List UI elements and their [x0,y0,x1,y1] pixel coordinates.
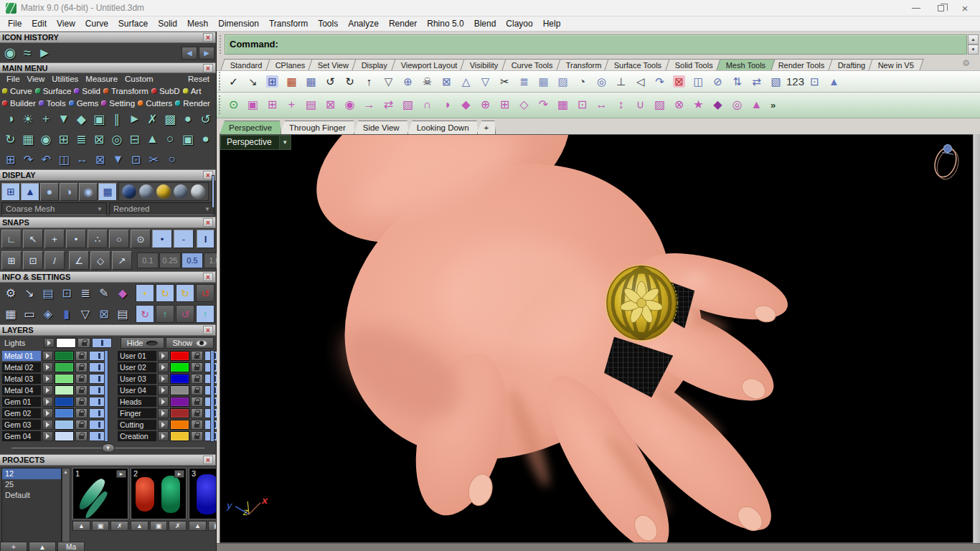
command-scroll-up-button[interactable]: ▲ [968,34,979,44]
main-menu-tool-icon[interactable]: ◆ [72,110,90,128]
layer-lock-button[interactable] [75,397,88,407]
mesh-tool-icon[interactable]: ⊞ [263,72,282,90]
show-button[interactable]: Show [166,337,214,349]
mesh-tool-icon[interactable]: ⇄ [747,72,766,90]
display-mode-button[interactable]: ◉ [79,183,98,201]
history-toggle-button[interactable]: ↺ [196,284,215,302]
mesh-quality-dropdown[interactable]: Coarse Mesh ▼ [1,202,107,215]
layer-row[interactable]: Heads [118,396,224,408]
mesh-tool-icon[interactable]: ☠ [418,72,437,90]
settings-tool-icon[interactable]: ✎ [95,285,113,302]
grid-snap-value-button[interactable]: 0.25 [159,253,181,268]
projects-header[interactable]: PROJECTS × [0,454,216,466]
clayoo-tool-icon[interactable]: ◉ [340,95,359,114]
mesh-tool-icon[interactable]: ▦ [534,72,553,90]
clayoo-tool-icon[interactable]: ▲ [747,95,766,114]
project-list-item[interactable]: 12 [2,468,61,479]
restore-button[interactable] [928,1,953,16]
layer-expand-button[interactable] [158,374,169,384]
snap-button[interactable]: ↖ [23,230,43,248]
mesh-tool-icon[interactable]: ▦ [301,72,321,90]
project-thumbnail-image[interactable]: 3 ► [189,468,216,519]
display-mode-button[interactable]: ▲ [21,183,39,201]
menu-item[interactable]: Surface [113,17,153,30]
layer-row[interactable]: Metal 03 [2,373,108,385]
mesh-tool-icon[interactable]: 123 [786,72,805,90]
projects-footer-button[interactable]: Ma [57,542,85,551]
mesh-tool-icon[interactable]: ⇅ [727,72,747,90]
layer-lock-button[interactable] [191,420,203,430]
snap-button[interactable]: ⊡ [23,251,43,270]
main-menu-tool-icon[interactable]: + [37,110,55,128]
layer-row[interactable]: Cutting [118,419,224,430]
main-menu-tool-icon[interactable]: ⊞ [55,131,72,148]
toolbar-tab[interactable]: Surface Tools [605,59,672,70]
viewport-tab[interactable]: + [477,121,496,134]
category-link[interactable]: Curve [2,87,32,95]
category-link[interactable]: SubD [151,87,180,95]
mesh-tool-icon[interactable]: ↻ [340,72,359,90]
layer-row[interactable]: Metal 01 [2,350,108,362]
mesh-tool-icon[interactable]: ▽ [476,72,495,90]
layer-lock-button[interactable] [191,431,203,441]
category-link[interactable]: Cutters [138,99,172,108]
settings-tool-icon[interactable]: ◈ [39,306,57,323]
layer-color-swatch[interactable] [170,431,189,441]
display-mode-button[interactable]: ▦ [98,183,117,201]
clayoo-tool-icon[interactable]: ⊞ [263,95,282,114]
mesh-tool-icon[interactable]: ▨ [553,72,573,90]
main-menu-tool-icon[interactable]: ● [179,110,197,128]
viewport-menu-dropdown[interactable]: ▼ [280,135,291,150]
clayoo-tool-icon[interactable]: ⊡ [573,95,592,114]
snap-button[interactable]: ⊞ [1,251,22,270]
main-menu-tool-icon[interactable]: ▣ [179,131,197,148]
main-menu-tool-icon[interactable]: ⊠ [91,151,109,168]
settings-tool-icon[interactable]: ▤ [113,306,132,323]
clayoo-tool-icon[interactable]: ⊙ [224,95,243,114]
clayoo-tool-icon[interactable]: ∩ [418,95,437,114]
main-menu-tool-icon[interactable]: ● [197,131,215,148]
layer-row[interactable]: Gem 02 [2,408,108,419]
snap-button[interactable]: ○ [109,230,129,248]
layer-row[interactable]: Gem 04 [2,430,108,442]
toolbar-tab[interactable]: Visibility [461,59,509,70]
mesh-tool-icon[interactable]: ↺ [321,72,340,90]
history-icon[interactable]: ◉ [1,44,19,62]
toolbar-tab[interactable]: Transform [556,59,611,70]
display-mode-button[interactable]: ● [40,183,59,201]
category-link[interactable]: Solid [74,87,100,95]
toolbar-tab[interactable]: Curve Tools [501,59,562,70]
gumball-toggle-button[interactable]: ↑ [196,305,215,323]
layer-lock-button[interactable] [75,408,88,418]
layer-color-swatch[interactable] [55,362,74,372]
layer-expand-button[interactable] [158,385,169,395]
projects-footer-button[interactable]: + [0,542,27,551]
main-menu-item[interactable]: View [24,75,49,83]
clayoo-tool-icon[interactable]: → [359,95,379,114]
main-menu-tool-icon[interactable]: ○ [161,131,179,148]
layer-row[interactable]: Finger [118,408,224,419]
clayoo-tool-icon[interactable]: ⊞ [495,95,514,114]
layer-color-swatch[interactable] [55,408,74,418]
close-button[interactable]: × [953,1,977,16]
main-menu-tool-icon[interactable]: ◎ [108,131,126,148]
menu-item[interactable]: Tools [313,17,343,30]
thumbnail-load-button[interactable]: ▲ [72,521,90,531]
layer-expand-button[interactable] [158,408,169,418]
viewport-tab[interactable]: Perspective [220,121,281,134]
main-menu-tool-icon[interactable]: ▦ [19,131,37,148]
menu-item[interactable]: Rhino 5.0 [422,17,468,30]
toolbar-grip[interactable] [219,95,222,114]
mesh-tool-icon[interactable]: ⊠ [437,72,456,90]
snap-button[interactable]: / [44,251,65,270]
main-menu-tool-icon[interactable]: ≣ [72,131,90,148]
close-icon[interactable]: × [203,273,213,281]
thumbnail-save-button[interactable]: ▣ [150,521,168,531]
gumball-toggle-button[interactable]: ↻ [136,305,154,323]
viewport-tab[interactable]: Looking Down [407,121,479,134]
layer-lock-button[interactable] [75,374,88,384]
layer-expand-button[interactable] [158,420,169,430]
project-thumbnail[interactable]: 3 ► ▲ ▣ ✗ [189,468,216,551]
minimize-button[interactable]: — [904,1,928,16]
mesh-tool-icon[interactable]: ✂ [495,72,514,90]
